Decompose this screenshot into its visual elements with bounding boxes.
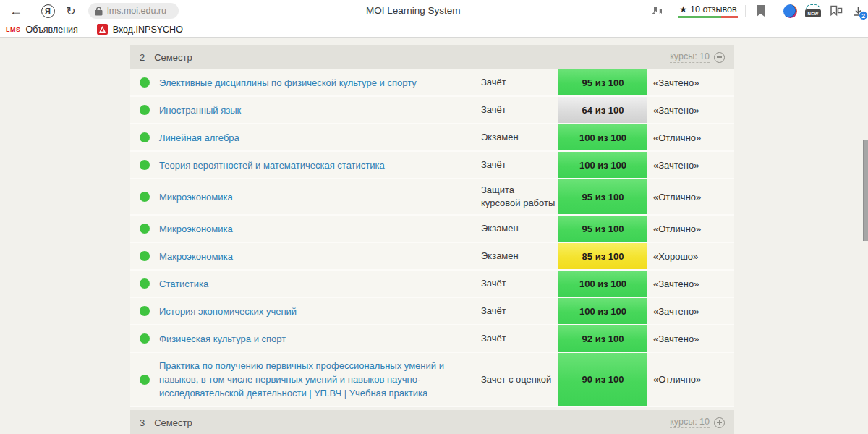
score-cell: 100 из 100 [558,124,647,150]
course-link[interactable]: Физическая культура и спорт [159,332,286,346]
rating-bar-red [721,16,738,18]
course-row: Статистика Зачёт 100 из 100 «Зачтено» [130,271,734,298]
new-releases-icon[interactable]: NEW [804,4,822,18]
score-cell: 95 из 100 [558,69,647,95]
score-cell: 95 из 100 [558,179,647,214]
status-dot-icon [140,160,150,170]
course-link[interactable]: Линейная алгебра [159,131,239,145]
rating-text: 10 отзывов [690,4,737,14]
grade-text: «Хорошо» [647,243,734,269]
bookmark-item-announcements[interactable]: LMS Объявления [6,25,78,35]
score-cell: 100 из 100 [558,298,647,324]
assessment-type: Экзамен [481,216,558,242]
bookmark-label: Объявления [26,25,78,35]
assessment-type: Зачёт [481,298,558,324]
refresh-button[interactable]: ↻ [62,2,80,20]
grade-text: «Отлично» [647,216,734,242]
status-dot-icon [140,375,150,385]
downloads-icon[interactable]: 2 [851,3,865,19]
semester-2-toggle[interactable]: курсы: 10 [670,51,725,63]
bookmark-icon[interactable] [753,4,767,18]
courses-count: курсы: 10 [670,417,710,428]
toolbar-right: ★ 10 отзывов NEW [649,0,868,22]
assessment-type: Зачёт [481,152,558,178]
course-link[interactable]: Микроэкономика [159,190,233,204]
score-text: 95 из 100 [582,224,624,234]
divider [745,5,746,17]
course-link[interactable]: История экономических учений [159,305,297,318]
semester-3-header: 3 Семестр курсы: 10 [130,410,734,434]
score-cell: 92 из 100 [558,326,647,352]
course-row: Иностранный язык Зачёт 64 из 100 «Зачтен… [130,97,734,124]
yandex-browser-icon[interactable]: Я [39,2,56,20]
grade-text: «Зачтено» [647,298,734,324]
score-text: 64 из 100 [582,105,624,116]
course-link[interactable]: Элективные дисциплины по физической куль… [159,76,417,90]
url-text: lms.moi.edu.ru [107,6,166,16]
status-dot-icon [140,278,150,289]
download-count-badge: 2 [859,11,868,20]
status-dot-icon [140,224,150,234]
score-text: 100 из 100 [579,132,626,143]
grade-text: «Отлично» [647,124,734,150]
semester-number: 2 [140,52,145,63]
rating-bar [678,16,738,18]
assessment-type: Экзамен [481,124,558,150]
course-link[interactable]: Иностранный язык [159,103,241,117]
expand-plus-icon[interactable] [714,417,725,428]
courses-count: курсы: 10 [670,51,710,63]
grades-table: 2 Семестр курсы: 10 Элективные дисциплин… [130,45,734,434]
score-cell: 85 из 100 [558,243,647,269]
course-row: Микроэкономика Защита курсовой работы 95… [130,179,734,216]
yandex-logo-icon: Я [41,4,55,18]
browser-toolbar: ← Я ↻ lms.moi.edu.ru MOI Learning System… [0,0,868,22]
grade-text: «Зачтено» [647,152,734,178]
assessment-type: Зачёт [481,97,558,123]
grade-text: «Зачтено» [647,326,734,352]
divider [775,5,775,17]
site-rating[interactable]: ★ 10 отзывов [678,4,738,18]
browser-window: ← Я ↻ lms.moi.edu.ru MOI Learning System… [0,0,868,434]
bookmarks-bar: LMS Объявления Вход.INPSYCHO [0,22,868,38]
course-row: Элективные дисциплины по физической куль… [130,69,734,97]
back-button[interactable]: ← [7,2,25,20]
score-text: 95 из 100 [582,77,624,88]
course-link[interactable]: Макроэкономика [159,250,233,263]
grade-text: «Зачтено» [647,69,734,95]
marquee-arc [806,4,820,9]
collections-icon[interactable] [649,4,663,18]
scrollbar-thumb[interactable] [863,140,868,241]
bookmark-item-inpsycho[interactable]: Вход.INPSYCHO [97,24,183,35]
grade-text: «Отлично» [647,179,734,214]
status-dot-icon [140,77,150,88]
score-text: 100 из 100 [579,160,626,171]
collapse-minus-icon[interactable] [714,52,725,63]
score-text: 100 из 100 [579,306,626,317]
semester-3-toggle[interactable]: курсы: 10 [670,417,725,428]
assessment-type: Зачёт [481,326,558,352]
course-link[interactable]: Теория вероятностей и математическая ста… [159,158,385,172]
status-dot-icon [140,132,150,142]
score-cell: 64 из 100 [558,97,647,123]
address-bar[interactable]: lms.moi.edu.ru [88,3,179,19]
semester-2-header: 2 Семестр курсы: 10 [130,45,734,69]
status-dot-icon [140,333,150,344]
score-text: 100 из 100 [579,278,626,289]
new-label: NEW [805,9,821,17]
bookmark-label: Вход.INPSYCHO [113,25,183,35]
course-link[interactable]: Статистика [159,277,208,291]
star-icon: ★ [679,4,687,14]
course-row: Линейная алгебра Экзамен 100 из 100 «Отл… [130,124,734,152]
course-link[interactable]: Практика по получению первичных професси… [159,359,468,400]
score-text: 92 из 100 [582,333,624,344]
tab-groups-icon[interactable] [829,4,843,18]
score-cell: 100 из 100 [558,152,647,178]
rating-bar-green [678,16,721,18]
course-row: Теория вероятностей и математическая ста… [130,152,734,179]
course-link[interactable]: Микроэкономика [159,222,233,236]
semester-number: 3 [140,417,145,428]
extension-circle-icon[interactable] [783,4,797,18]
score-text: 85 из 100 [582,251,624,262]
assessment-type: Экзамен [481,243,558,269]
score-text: 90 из 100 [582,374,624,385]
